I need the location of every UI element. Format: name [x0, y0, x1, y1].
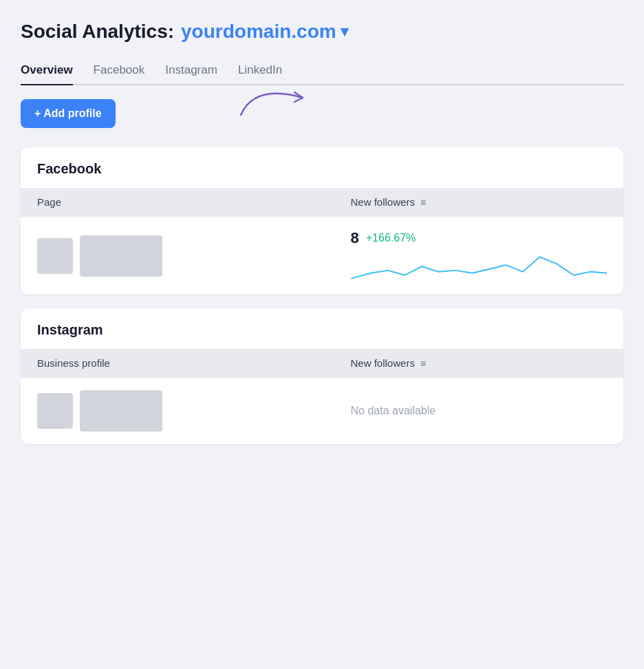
- facebook-metric-change: +166.67%: [366, 232, 416, 244]
- facebook-thumbnails: [37, 235, 318, 277]
- instagram-metric-cell: No data available: [334, 378, 623, 445]
- thumbnail-small: [37, 238, 73, 274]
- nav-tabs: Overview Facebook Instagram LinkedIn: [21, 63, 623, 85]
- table-row: No data available: [21, 378, 623, 445]
- thumbnail-large: [80, 235, 162, 277]
- instagram-card-title: Instagram: [21, 308, 623, 349]
- page-title-static: Social Analytics:: [21, 21, 174, 43]
- page-header: Social Analytics: yourdomain.com ▾: [21, 21, 623, 43]
- instagram-page-cell: [21, 378, 334, 445]
- filter-icon-instagram[interactable]: ≡: [420, 358, 426, 369]
- instagram-col-metric: New followers ≡: [334, 349, 623, 378]
- facebook-card-title: Facebook: [21, 147, 623, 188]
- facebook-metric-number: 8: [351, 229, 359, 247]
- instagram-table: Business profile New followers ≡: [21, 349, 623, 444]
- domain-selector[interactable]: yourdomain.com ▾: [181, 21, 348, 43]
- tab-facebook[interactable]: Facebook: [94, 63, 145, 85]
- add-profile-button[interactable]: + Add profile: [21, 99, 116, 128]
- chevron-down-icon: ▾: [341, 23, 348, 41]
- instagram-thumbnails: [37, 390, 318, 432]
- thumbnail-small: [37, 393, 73, 429]
- facebook-table: Page New followers ≡: [21, 188, 623, 295]
- facebook-card: Facebook Page New followers ≡: [21, 147, 623, 295]
- table-row: 8 +166.67%: [21, 217, 623, 295]
- facebook-sparkline: [351, 251, 607, 282]
- facebook-col-metric: New followers ≡: [334, 188, 623, 217]
- tab-instagram[interactable]: Instagram: [165, 63, 217, 85]
- instagram-card: Instagram Business profile New followers…: [21, 308, 623, 444]
- no-data-label: No data available: [351, 405, 436, 416]
- tab-linkedin[interactable]: LinkedIn: [238, 63, 282, 85]
- tab-overview[interactable]: Overview: [21, 63, 73, 85]
- instagram-col-page: Business profile: [21, 349, 334, 378]
- add-profile-label: + Add profile: [34, 107, 102, 120]
- facebook-page-cell: [21, 217, 334, 295]
- filter-icon[interactable]: ≡: [420, 197, 426, 208]
- facebook-metric-cell: 8 +166.67%: [334, 217, 623, 295]
- thumbnail-large: [80, 390, 162, 432]
- facebook-col-page: Page: [21, 188, 334, 217]
- domain-name: yourdomain.com: [181, 21, 336, 43]
- tabs-container: Overview Facebook Instagram LinkedIn: [21, 63, 623, 85]
